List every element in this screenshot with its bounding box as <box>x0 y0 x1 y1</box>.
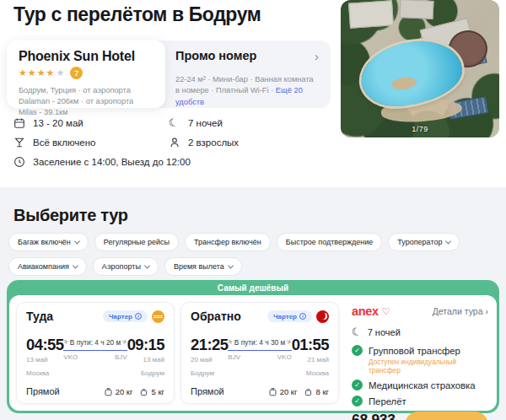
outbound-direction: Туда <box>26 310 53 323</box>
select-tour-button[interactable]: Выбрать тур <box>405 412 488 420</box>
info-dates: 13 - 20 май <box>13 117 169 129</box>
photo-art-building <box>399 0 433 19</box>
hotel-location: Бодрум, Турция · от аэропорта Dalaman - … <box>19 85 153 118</box>
check-icon: ✓ <box>352 345 363 356</box>
suitcase-icon <box>104 387 113 396</box>
inbound-flight-card[interactable]: Обратно Чартерi 21:25 20 май Бодрум <box>180 302 339 404</box>
rating-badge: 7 <box>70 67 83 79</box>
info-nights: ☾ 7 ночей <box>169 117 223 129</box>
info-nights-label: 7 ночей <box>188 118 223 128</box>
chevron-down-icon <box>74 238 80 244</box>
clock-icon <box>13 156 25 168</box>
select-tour-section: Выберите тур Багаж включён Регулярные ре… <box>0 187 506 420</box>
page: Тур с перелётом в Бодрум 1/79 Phoenix Su… <box>0 0 506 420</box>
offer-features: ✓ Групповой трансфер Доступен индивидуал… <box>352 345 488 412</box>
filter-fast-confirmation[interactable]: Быстрое подтверждение <box>277 233 383 251</box>
baggage-allowance: 20 кг <box>104 387 133 396</box>
flight-type: Прямой <box>191 386 224 396</box>
info-icon: i <box>299 313 306 320</box>
info-guests: 2 взрослых <box>169 137 239 148</box>
filter-airports[interactable]: Аэропорты <box>93 257 159 276</box>
arrival-date: 21 май <box>307 356 329 363</box>
star-icon-empty: ★ <box>56 67 64 78</box>
outbound-flight-card[interactable]: Туда Чартерi 04:55 13 май Москва <box>16 302 175 404</box>
feature-group-transfer: ✓ Групповой трансфер <box>352 345 488 356</box>
arrival-city: Бодрум <box>141 369 164 377</box>
charter-badge[interactable]: Чартерi <box>103 310 148 322</box>
arrival-time: 01:55 <box>292 337 329 353</box>
moon-icon: ☾ <box>169 117 180 129</box>
check-icon: ✓ <box>352 380 363 390</box>
tour-details-link[interactable]: Детали тура› <box>433 306 488 316</box>
chevron-right-icon[interactable]: › <box>315 50 319 62</box>
page-title: Тур с перелётом в Бодрум <box>13 3 261 26</box>
tour-price: 68 933 ₽ <box>352 412 405 420</box>
departure-date: 20 май <box>191 356 228 363</box>
arrival-city: Москва <box>306 369 329 377</box>
tour-offer-card: Самый дешёвый Туда Чартерi 04:55 <box>7 280 499 413</box>
info-dates-label: 13 - 20 май <box>33 118 83 128</box>
charter-badge[interactable]: Чартерi <box>267 310 312 322</box>
chevron-down-icon <box>144 262 150 268</box>
cocktail-icon <box>13 137 25 148</box>
info-checkinout-label: Заселение с 14:00, Выезд до 12:00 <box>33 157 191 167</box>
info-meal-label: Всё включено <box>33 137 96 148</box>
info-icon: i <box>135 313 142 320</box>
heart-icon[interactable]: ♡ <box>382 306 390 317</box>
airline-logo-red-icon <box>316 310 329 323</box>
check-icon: ✓ <box>352 396 363 407</box>
departure-airport-code: BJV <box>228 353 240 361</box>
baggage-allowance: 20 кг <box>268 387 298 396</box>
offer-nights: ☾ 7 ночей <box>352 326 488 337</box>
info-meal: Всё включено <box>13 137 169 148</box>
feature-flight: ✓ Перелёт <box>352 396 488 407</box>
hotel-card: Phoenix Sun Hotel ★★★★ ★ 7 Бодрум, Турци… <box>7 40 331 108</box>
hotel-name: Phoenix Sun Hotel <box>19 49 153 64</box>
feature-medical-insurance: ✓ Медицинская страховка <box>352 380 488 390</box>
departure-date: 13 май <box>26 356 63 363</box>
filter-transfer-included[interactable]: Трансфер включён <box>185 233 271 251</box>
moon-icon: ☾ <box>351 326 363 339</box>
arrival-airport-code: VKO <box>277 353 292 361</box>
filter-regular-flights[interactable]: Регулярные рейсы <box>94 233 179 251</box>
departure-city: Бодрум <box>191 369 228 377</box>
suitcase-icon <box>268 387 277 396</box>
departure-time: 04:55 <box>26 337 63 353</box>
tour-info: 13 - 20 май ☾ 7 ночей Всё включено 2 взр… <box>13 117 334 175</box>
select-tour-title: Выберите тур <box>13 206 128 225</box>
arrival-airport-code: BJV <box>115 353 127 361</box>
filter-departure-time[interactable]: Время вылета <box>164 257 242 276</box>
photo-counter: 1/79 <box>341 125 499 133</box>
offer-panel: anex ♡ Детали тура› ☾ 7 ночей ✓ Группово… <box>345 302 490 404</box>
chevron-right-icon: › <box>486 306 489 316</box>
info-checkinout: Заселение с 14:00, Выезд до 12:00 <box>13 156 191 168</box>
filter-baggage[interactable]: Багаж включён <box>8 233 89 251</box>
chevron-down-icon <box>445 238 451 244</box>
star-icons-filled: ★★★★ <box>19 67 55 78</box>
hand-luggage-allowance: 5 кг <box>139 387 164 396</box>
hotel-summary[interactable]: Phoenix Sun Hotel ★★★★ ★ 7 Бодрум, Турци… <box>7 40 165 108</box>
departure-city: Москва <box>26 369 63 377</box>
room-card[interactable]: Промо номер › 22-24 м² · Мини-бар · Ванн… <box>159 40 331 108</box>
tour-operator-logo: anex ♡ <box>352 304 390 318</box>
room-title: Промо номер <box>175 49 256 62</box>
departure-airport-code: VKO <box>63 353 78 361</box>
filter-airline[interactable]: Авиакомпания <box>8 257 87 276</box>
filter-tour-operator[interactable]: Туроператор <box>388 233 460 251</box>
handbag-icon <box>304 387 313 396</box>
flight-duration: В пути: 4 ч 30 м <box>234 338 285 347</box>
airline-logo-orange-icon <box>152 310 164 323</box>
operator-name: anex <box>352 304 379 318</box>
room-features: 22-24 м² · Мини-бар · Ванная комната в н… <box>175 74 319 108</box>
inbound-direction: Обратно <box>191 310 241 323</box>
cheapest-badge: Самый дешёвый <box>7 280 499 295</box>
person-icon <box>169 137 180 148</box>
hotel-photo[interactable]: 1/79 <box>341 0 499 137</box>
flight-duration: В пути: 4 ч 20 м <box>70 338 121 347</box>
arrival-time: 09:15 <box>127 337 164 353</box>
chevron-down-icon <box>228 262 234 268</box>
chevron-down-icon <box>73 262 78 268</box>
handbag-icon <box>139 387 148 396</box>
info-guests-label: 2 взрослых <box>188 137 239 148</box>
calendar-icon <box>13 117 25 129</box>
